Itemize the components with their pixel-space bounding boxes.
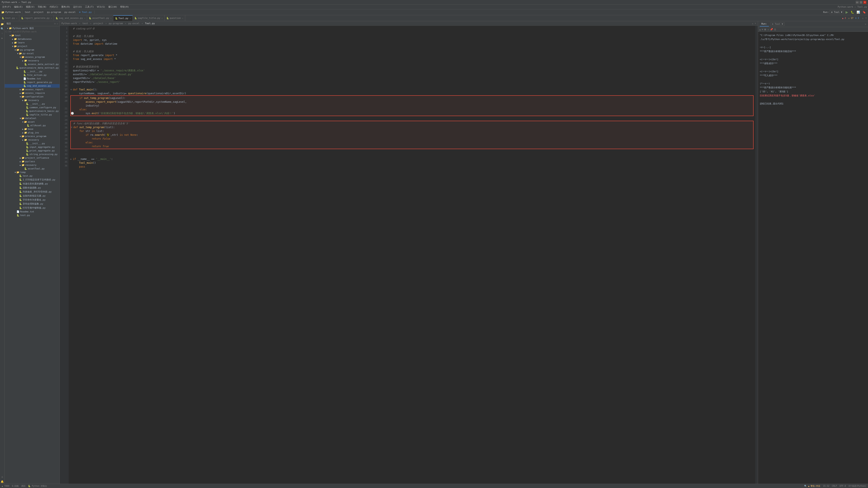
menu-tools[interactable]: 工具(T) (84, 5, 95, 9)
tree-readme-1[interactable]: 📄 Readme.txt (5, 77, 60, 80)
tree-base[interactable]: ▶ 📁 base (5, 127, 60, 131)
status-python-console[interactable]: 🐍 Python 控制台 (28, 485, 47, 488)
tab-close-test[interactable]: ✕ (16, 17, 17, 19)
tree-init-py-1[interactable]: 🐍 __init__.py (5, 70, 60, 73)
close-btn[interactable]: ✕ (863, 1, 866, 4)
tab-sag-assess[interactable]: 🐍 sag_and_assess.py ✕ (54, 15, 87, 21)
tab-close-question[interactable]: ✕ (182, 17, 183, 19)
breadcrumb-project[interactable]: project (93, 22, 103, 25)
status-todo[interactable]: ▲ TODO (2, 485, 9, 487)
tree-recovery-1[interactable]: ▶ 📁 recovery (5, 59, 60, 63)
btn-test[interactable]: test (24, 10, 32, 14)
tree-init-cfg[interactable]: 🐍 __init__.py (5, 102, 60, 106)
tree-dataAssess[interactable]: ▶ 📁 dataAssess (5, 37, 60, 41)
tree-file-action[interactable]: 🐍 file_action.py (5, 73, 60, 77)
breadcrumb-py-program[interactable]: py-program (109, 22, 123, 25)
status-review[interactable]: 6:回顾 (12, 485, 19, 488)
tree-learn[interactable]: ▶ 📁 learn (5, 41, 60, 44)
tab-test-py[interactable]: 🐍 test.py ✕ (0, 15, 19, 21)
tab-close-asset[interactable]: ✕ (111, 17, 112, 19)
tab-question[interactable]: 🐍 question ✕ (165, 15, 185, 21)
tree-project[interactable]: ▼ 📂 project (5, 44, 60, 48)
tree-readme-project[interactable]: 📄 Readme.txt (5, 210, 60, 214)
tree-plug-ins[interactable]: ▶ 📁 plug_ins (5, 131, 60, 134)
tree-report-generate[interactable]: 🐍 report_generate.py (5, 80, 60, 84)
terminal-close-btn[interactable]: ✕ (865, 23, 866, 26)
menu-edit[interactable]: 编辑(E) (13, 5, 24, 9)
tree-questionaire-data-extract[interactable]: 🐍 questionaire_data_extract.py (5, 66, 60, 70)
sidebar-collapse-icon[interactable]: ◁ (56, 22, 58, 25)
tree-list-diff[interactable]: 🐍 列表做差_并打印空内容.py (5, 190, 60, 194)
menu-nav[interactable]: 导航(N) (36, 5, 48, 9)
tree-string-processing[interactable]: 🐍 string_processing.py (5, 153, 60, 156)
run-icon[interactable]: ▶ (1, 36, 4, 40)
tree-sagfile-title[interactable]: 🐍 sagfile_title.py (5, 113, 60, 117)
tab-close-tool[interactable]: ✕ (130, 18, 131, 20)
btn-project[interactable]: project (32, 10, 45, 14)
status-crlf[interactable]: CRLF (832, 485, 837, 487)
tree-test-py-proj[interactable]: 🐍 test.py (5, 214, 60, 217)
debug-button[interactable]: 🐛 (850, 10, 855, 14)
settings-icon[interactable]: ⚙ (1, 475, 4, 479)
git-icon[interactable]: ⑂ (1, 31, 4, 36)
window-controls[interactable]: — □ ✕ (856, 1, 866, 4)
breadcrumb-py-excel[interactable]: py-excel (128, 22, 140, 25)
menu-vcs[interactable]: VCS(S) (96, 5, 106, 9)
minimap[interactable] (755, 26, 758, 484)
tree-process-program[interactable]: ▼ 📂 process_program (5, 134, 60, 138)
tree-test-py-temp[interactable]: 🐍 test.py (5, 174, 60, 178)
tree-pyclass[interactable]: ▶ 📁 pyclass (5, 160, 60, 163)
tree-recovery-3[interactable]: ▶ 📁 recovery (5, 138, 60, 142)
tree-assess-data-extract[interactable]: 🐍 assess_data_extract.py (5, 63, 60, 66)
notifications-icon[interactable]: 🔔 (0, 480, 4, 484)
terminal-config[interactable]: ⚙ Tool ▼ (771, 22, 785, 26)
tree-sag-and-assess[interactable]: 🐍 sag_and_assess.py (5, 84, 60, 88)
tree-py-program[interactable]: ▼ 📂 py-program (5, 48, 60, 52)
menu-code[interactable]: 代码(C) (48, 5, 60, 9)
menu-window[interactable]: 窗口(W) (107, 5, 119, 9)
tab-tool-py[interactable]: 🐍 Tool.py ✕ (113, 15, 133, 21)
menu-file[interactable]: 文件(F) (1, 5, 12, 9)
tree-remove-element[interactable]: 🐍 去除列表指定元素.py (5, 194, 60, 198)
tree-asset[interactable]: ▼ 📂 asset (5, 120, 60, 124)
status-recall[interactable]: 调回 (21, 485, 25, 488)
tree-fn-pass-fn[interactable]: 🐍 函数传递函数.py (5, 186, 60, 190)
tree-any-args[interactable]: 🐍 传递任意长度的参数.py (5, 182, 60, 186)
tree-input-aggregate[interactable]: 🐍 input_aggregate.py (5, 145, 60, 149)
tree-questionaire-basic[interactable]: 🐍 questionaire_basic.py (5, 109, 60, 113)
project-view-icon[interactable]: 📁 (0, 22, 4, 26)
tab-close-sagfile[interactable]: ✕ (161, 17, 162, 19)
menu-view[interactable]: 视图(V) (25, 5, 36, 9)
breadcrumb-root[interactable]: Python-work (61, 22, 77, 25)
tree-datacool[interactable]: ▼ 📂 dataCool (5, 117, 60, 120)
btn-py-excel[interactable]: py-excel (63, 10, 77, 14)
terminal-pin-icon[interactable]: 📌 (770, 28, 773, 31)
tree-print-aggregate[interactable]: 🐍 print_aggregate.py (5, 149, 60, 153)
status-encoding[interactable]: UTF-8 (840, 485, 846, 487)
coverage-button[interactable]: 🔖 (862, 10, 867, 14)
code-editor[interactable]: # coding:utf-8 # 系统：导入模块 import re, ppri… (69, 26, 755, 484)
tree-root[interactable]: ▼ 📁 Python-work 项目 (5, 26, 60, 30)
tree-recovery-2[interactable]: ▶ 📁 recovery (5, 98, 60, 102)
menu-help[interactable]: 帮助(H) (119, 5, 130, 9)
tree-assess-program[interactable]: ▼ 📂 assess_program (5, 55, 60, 59)
menu-refactor[interactable]: 重构(R) (60, 5, 71, 9)
tree-test[interactable]: ▼ 📂 test (5, 34, 60, 37)
status-indent[interactable]: 4个缩进(Python) (848, 485, 866, 488)
maximize-btn[interactable]: □ (860, 1, 863, 4)
status-warning[interactable]: 🔍 ▲ 警告:件目 (804, 485, 820, 488)
tree-common-configure[interactable]: 🐍 common_configure.py (5, 106, 60, 109)
run-config[interactable]: ⚙ Tool ▼ (830, 10, 844, 14)
tab-sagfile-title[interactable]: 🐍 sagfile_title.py ✕ (133, 15, 164, 21)
btn-py-program[interactable]: py-program (46, 10, 62, 14)
breadcrumb-file[interactable]: Tool.py (145, 22, 155, 25)
tab-close-report[interactable]: ✕ (51, 17, 52, 19)
tree-print-dict[interactable]: 🐍 打印字典中键和值.py (5, 206, 60, 210)
tab-close-sag[interactable]: ✕ (84, 17, 85, 19)
minimize-btn[interactable]: — (856, 1, 859, 4)
tree-project-influence[interactable]: ▶ 📁 project_influence (5, 156, 60, 160)
profile-button[interactable]: 📊 (856, 10, 861, 14)
tree-temp[interactable]: ▼ 📂 temp (5, 170, 60, 174)
terminal-trash-icon[interactable]: 🗑 (774, 28, 776, 31)
btn-tool-py[interactable]: ⚙ Tool.py (78, 10, 93, 14)
